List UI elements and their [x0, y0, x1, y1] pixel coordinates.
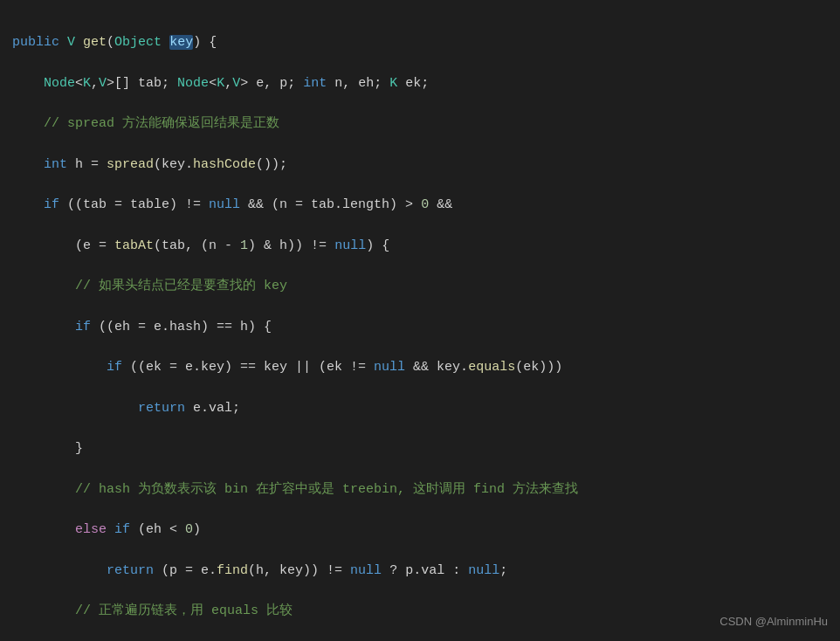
line-10: return e.val; — [12, 398, 823, 418]
line-14: return (p = e.find(h, key)) != null ? p.… — [12, 561, 823, 581]
line-2: Node<K,V>[] tab; Node<K,V> e, p; int n, … — [12, 73, 823, 93]
line-12: // hash 为负数表示该 bin 在扩容中或是 treebin, 这时调用 … — [12, 479, 823, 500]
line-15: // 正常遍历链表，用 equals 比较 — [12, 601, 823, 621]
line-11: } — [12, 438, 823, 458]
line-1: public V get(Object key) { — [12, 32, 823, 52]
code-block: public V get(Object key) { Node<K,V>[] t… — [0, 0, 840, 641]
line-13: else if (eh < 0) — [12, 520, 823, 540]
line-9: if ((ek = e.key) == key || (ek != null &… — [12, 357, 823, 377]
line-4: int h = spread(key.hashCode()); — [12, 155, 823, 175]
watermark: CSDN @AlminminHu — [720, 613, 828, 631]
line-3: // spread 方法能确保返回结果是正数 — [12, 114, 823, 134]
line-6: (e = tabAt(tab, (n - 1) & h)) != null) { — [12, 236, 823, 256]
line-5: if ((tab = table) != null && (n = tab.le… — [12, 195, 823, 215]
line-8: if ((eh = e.hash) == h) { — [12, 317, 823, 337]
line-7: // 如果头结点已经是要查找的 key — [12, 276, 823, 296]
